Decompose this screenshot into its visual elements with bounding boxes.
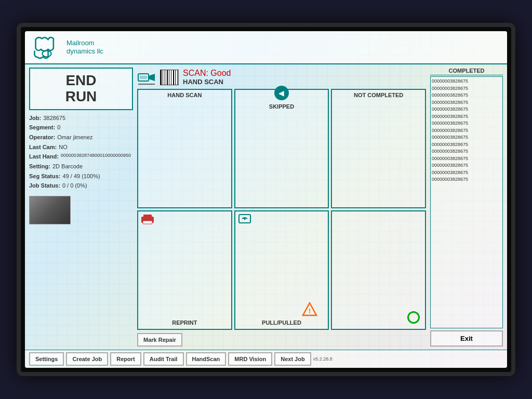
svg-point-8 (244, 218, 246, 220)
exit-button[interactable]: Exit (430, 330, 503, 347)
center-panel: SCAN: Good HAND SCAN HAND SCAN (137, 68, 426, 347)
completed-item: 00000003828675 (432, 92, 501, 99)
version-label: v5.2.28.8 (313, 356, 332, 362)
barcode-image (160, 70, 179, 85)
skip-icon: ◀ (274, 86, 289, 100)
completed-item: 00000003828675 (432, 120, 501, 127)
completed-item: 00000003828675 (432, 134, 501, 141)
seg-status-row: Seg Status: 49 / 49 (100%) (29, 171, 133, 181)
mrd-vision-button[interactable]: MRD Vision (228, 352, 272, 366)
last-cam-row: Last Cam: NO (29, 142, 133, 152)
left-panel: END RUN Job: 3828675 Segment: 0 (29, 68, 133, 347)
completed-item: 00000003828675 (432, 99, 501, 107)
monitor: Mailroom dynamics llc END RUN (17, 23, 515, 376)
end-run-box: END RUN (29, 68, 133, 110)
svg-rect-5 (143, 215, 152, 218)
screen: Mailroom dynamics llc END RUN (25, 31, 507, 368)
completed-item: 00000003828675 (432, 127, 501, 135)
completed-item: 00000003828675 (432, 85, 501, 92)
green-check-circle (407, 311, 420, 324)
panels-grid: HAND SCAN ◀ SKIPPED NOT COMPLETED (137, 89, 426, 330)
scanner-icon (137, 70, 156, 85)
warning-icon: ! (302, 302, 317, 318)
setting-row: Setting: 2D Barcode (29, 162, 133, 171)
main-area: END RUN Job: 3828675 Segment: 0 (25, 64, 507, 350)
pull-icon (237, 214, 252, 225)
report-button[interactable]: Report (110, 352, 141, 366)
end-run-title: END RUN (36, 73, 126, 105)
audit-trail-button[interactable]: Audit Trail (143, 352, 184, 366)
reprint-panel: REPRINT (137, 210, 232, 330)
reprint-icon (140, 214, 155, 225)
scan-prefix: SCAN: (183, 69, 208, 77)
svg-point-0 (42, 50, 51, 57)
completed-item: 00000003828675 (432, 162, 501, 169)
completed-title: COMPLETED (430, 68, 503, 75)
completed-list: 0000000382867500000003828675000000038286… (430, 76, 503, 328)
header: Mailroom dynamics llc (25, 31, 507, 64)
last-hand-row: Last Hand: 000000382874800010000000950 (29, 152, 133, 162)
job-status-row: Job Status: 0 / 0 (0%) (29, 181, 133, 191)
completed-item: 00000003828675 (432, 78, 501, 85)
company-name: Mailroom dynamics llc (66, 39, 103, 55)
operator-row: Operator: Omar jimenez (29, 132, 133, 142)
completed-item: 00000003828675 (432, 176, 501, 183)
job-info: Job: 3828675 Segment: 0 Operator: Omar j… (29, 113, 133, 191)
scan-status-text: SCAN: Good HAND SCAN (183, 69, 231, 86)
completed-item: 00000003828675 (432, 169, 501, 177)
completed-item: 00000003828675 (432, 155, 501, 163)
completed-item: 00000003828675 (432, 141, 501, 149)
skipped-panel: ◀ SKIPPED (234, 89, 329, 208)
logo: Mailroom dynamics llc (31, 34, 103, 60)
svg-rect-2 (140, 76, 147, 79)
hand-scan-button[interactable]: HandScan (186, 352, 227, 366)
completed-panel: COMPLETED 000000038286750000000382867500… (430, 68, 503, 347)
hand-scan-panel: HAND SCAN (137, 89, 232, 208)
segment-row: Segment: 0 (29, 123, 133, 132)
svg-rect-6 (143, 221, 152, 224)
completed-item: 00000003828675 (432, 106, 501, 113)
bottom-toolbar: Settings Create Job Report Audit Trail H… (25, 350, 507, 368)
camera-thumbnail (29, 196, 71, 224)
mailroom-logo-icon (31, 34, 62, 60)
mark-repair-button[interactable]: Mark Repair (137, 333, 182, 347)
scan-status-row: SCAN: Good HAND SCAN (137, 68, 426, 87)
scan-value: Good (210, 69, 231, 77)
completed-item: 00000003828675 (432, 148, 501, 155)
create-job-button[interactable]: Create Job (66, 352, 108, 366)
next-job-button[interactable]: Next Job (274, 352, 311, 366)
svg-text:!: ! (309, 308, 311, 315)
pull-pulled-panel: PULL/PULLED ! (234, 210, 329, 330)
scan-type-label: HAND SCAN (183, 78, 231, 86)
settings-button[interactable]: Settings (29, 352, 64, 366)
completed-bottom-panel (331, 210, 426, 330)
app-content: Mailroom dynamics llc END RUN (25, 31, 507, 368)
completed-item: 00000003828675 (432, 113, 501, 121)
not-completed-panel: NOT COMPLETED (331, 89, 426, 208)
job-row: Job: 3828675 (29, 113, 133, 123)
